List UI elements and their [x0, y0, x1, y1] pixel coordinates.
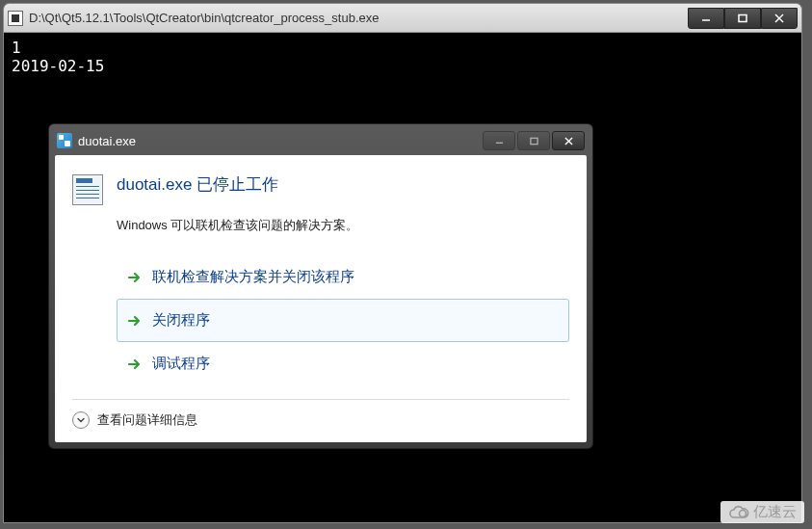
dialog-minimize-button — [483, 131, 515, 150]
error-subtext: Windows 可以联机检查该问题的解决方案。 — [117, 217, 569, 234]
arrow-right-icon — [127, 270, 143, 285]
dialog-body: duotai.exe 已停止工作 Windows 可以联机检查该问题的解决方案。… — [55, 155, 587, 442]
svg-point-8 — [740, 510, 747, 516]
maximize-button[interactable] — [724, 8, 761, 29]
arrow-right-icon — [127, 357, 143, 372]
watermark: 亿速云 — [720, 501, 804, 523]
dialog-header: duotai.exe 已停止工作 — [72, 174, 569, 205]
view-details-toggle[interactable]: 查看问题详细信息 — [72, 399, 569, 429]
action-debug-program[interactable]: 调试程序 — [117, 342, 569, 385]
minimize-button[interactable] — [688, 8, 724, 29]
dialog-window-controls — [483, 131, 585, 150]
dialog-close-button[interactable] — [552, 131, 585, 150]
dialog-app-icon — [57, 133, 72, 148]
crashed-app-icon — [72, 174, 103, 205]
error-dialog: duotai.exe duotai.exe 已停止工作 Windows 可以联机… — [48, 123, 593, 449]
chevron-down-icon — [72, 411, 90, 429]
console-titlebar[interactable]: D:\Qt\Qt5.12.1\Tools\QtCreator\bin\qtcre… — [4, 4, 801, 33]
console-output: 1 2019-02-15 — [4, 33, 801, 81]
action-close-program[interactable]: 关闭程序 — [117, 299, 569, 342]
svg-rect-5 — [530, 138, 537, 144]
close-button[interactable] — [761, 8, 798, 29]
svg-rect-1 — [739, 14, 747, 21]
cloud-icon — [728, 505, 749, 520]
arrow-right-icon — [127, 313, 143, 329]
app-terminal-icon — [8, 11, 23, 26]
dialog-maximize-button — [517, 131, 550, 150]
details-label: 查看问题详细信息 — [97, 411, 197, 429]
console-line: 2019-02-15 — [12, 57, 794, 75]
dialog-titlebar[interactable]: duotai.exe — [55, 130, 587, 155]
action-label: 联机检查解决方案并关闭该程序 — [152, 268, 354, 286]
watermark-text: 亿速云 — [753, 503, 797, 521]
console-line: 1 — [12, 39, 794, 57]
console-title: D:\Qt\Qt5.12.1\Tools\QtCreator\bin\qtcre… — [29, 11, 688, 25]
action-list: 联机检查解决方案并关闭该程序 关闭程序 调试程序 — [117, 255, 569, 385]
dialog-title: duotai.exe — [78, 134, 483, 148]
action-label: 关闭程序 — [152, 311, 210, 330]
window-controls — [688, 8, 798, 29]
error-heading: duotai.exe 已停止工作 — [117, 174, 278, 196]
action-label: 调试程序 — [152, 355, 210, 373]
action-check-online[interactable]: 联机检查解决方案并关闭该程序 — [117, 255, 569, 299]
